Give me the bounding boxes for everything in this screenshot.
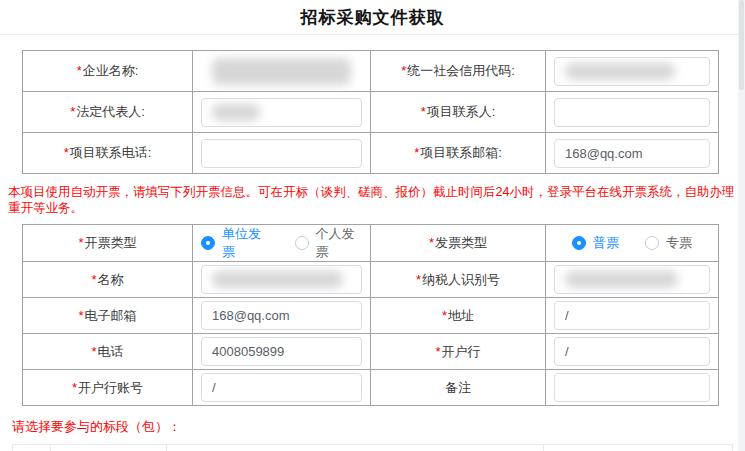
table-row: *电子邮箱 168@qq.com *地址 /	[23, 298, 719, 334]
project-contact-input[interactable]	[554, 98, 710, 127]
invoice-type-radio-group: 单位发票 个人发票	[201, 225, 362, 261]
address-input[interactable]: /	[554, 301, 710, 330]
contact-phone-label: *项目联系电话:	[23, 133, 193, 174]
remark-input[interactable]	[554, 373, 710, 402]
package-number-header: 标段（包）编号	[51, 445, 167, 451]
project-contact-label: *项目联系人:	[371, 92, 546, 133]
company-name-value[interactable]	[193, 51, 371, 92]
required-asterisk: *	[442, 308, 447, 323]
auto-invoice-notice: 本项目使用自动开票，请填写下列开票信息。可在开标（谈判、磋商、报价）截止时间后2…	[0, 184, 745, 216]
bank-label: *开户行	[371, 334, 546, 370]
contact-email-label: *项目联系邮箱:	[371, 133, 546, 174]
invoice-name-label: *名称	[23, 262, 193, 298]
redacted-legal-rep	[212, 104, 260, 121]
required-asterisk: *	[78, 235, 83, 250]
remark-label: 备注	[371, 370, 546, 406]
page-title: 招标采购文件获取	[301, 6, 445, 29]
required-asterisk: *	[72, 380, 77, 395]
legal-rep-input[interactable]	[201, 98, 362, 127]
invoice-email-label: *电子邮箱	[23, 298, 193, 334]
address-label: *地址	[371, 298, 546, 334]
required-asterisk: *	[429, 235, 434, 250]
redacted-credit-code	[565, 63, 675, 80]
bank-input[interactable]: /	[554, 337, 710, 366]
redacted-tax-id	[565, 271, 678, 288]
scrollbar-thumb[interactable]	[739, 0, 744, 90]
invoice-info-table: *开票类型 单位发票 个人发票 *发票类型 普票 专票 *名称 *纳税人识别号 …	[22, 224, 719, 406]
required-asterisk: *	[64, 145, 69, 160]
required-asterisk: *	[91, 344, 96, 359]
required-asterisk: *	[78, 308, 83, 323]
invoice-phone-input[interactable]: 4008059899	[201, 337, 362, 366]
contact-email-input[interactable]: 168@qq.com	[554, 139, 710, 168]
radio-unselected-icon	[295, 236, 309, 250]
package-fee-header: 招标采购文件费用（元）	[544, 445, 733, 451]
table-row: *名称 *纳税人识别号	[23, 262, 719, 298]
vertical-scrollbar[interactable]	[738, 0, 745, 451]
table-row: *项目联系电话: *项目联系邮箱: 168@qq.com	[23, 133, 719, 174]
required-asterisk: *	[414, 145, 419, 160]
radio-unselected-icon	[645, 236, 659, 250]
radio-selected-icon	[201, 236, 215, 250]
tax-id-input[interactable]	[554, 265, 710, 294]
invoice-phone-label: *电话	[23, 334, 193, 370]
required-asterisk: *	[77, 63, 82, 78]
legal-rep-label: *法定代表人:	[23, 92, 193, 133]
redacted-company-name	[212, 58, 350, 85]
page-header: 招标采购文件获取	[0, 0, 745, 35]
required-asterisk: *	[435, 344, 440, 359]
credit-code-input[interactable]	[554, 57, 710, 86]
redacted-invoice-name	[212, 271, 343, 288]
required-asterisk: *	[416, 272, 421, 287]
invoice-type-label: *开票类型	[23, 225, 193, 262]
invoice-email-input[interactable]: 168@qq.com	[201, 301, 362, 330]
table-row: *开户行账号 / 备注	[23, 370, 719, 406]
required-asterisk: *	[421, 104, 426, 119]
basic-info-table: *企业名称: *统一社会信用代码: *法定代表人: *项目联系人: *项目联系电…	[22, 50, 719, 174]
required-asterisk: *	[91, 272, 96, 287]
radio-selected-icon	[572, 236, 586, 250]
select-package-notice: 请选择要参与的标段（包）：	[12, 418, 745, 436]
radio-option-general-ticket[interactable]: 普票	[572, 234, 619, 252]
package-table: 标段（包）编号 标段（包）名称 招标采购文件费用（元）	[12, 444, 733, 451]
table-row: *电话 4008059899 *开户行 /	[23, 334, 719, 370]
table-row: *开票类型 单位发票 个人发票 *发票类型 普票 专票	[23, 225, 719, 262]
bank-account-input[interactable]: /	[201, 373, 362, 402]
radio-option-personal-invoice[interactable]: 个人发票	[295, 225, 363, 261]
radio-option-unit-invoice[interactable]: 单位发票	[201, 225, 269, 261]
invoice-name-input[interactable]	[201, 265, 362, 294]
package-name-header: 标段（包）名称	[167, 445, 544, 451]
ticket-type-radio-group: 普票 专票	[554, 234, 710, 252]
required-asterisk: *	[70, 104, 75, 119]
radio-option-special-ticket[interactable]: 专票	[645, 234, 692, 252]
ticket-type-label: *发票类型	[371, 225, 546, 262]
table-row: *法定代表人: *项目联系人:	[23, 92, 719, 133]
table-row: *企业名称: *统一社会信用代码:	[23, 51, 719, 92]
required-asterisk: *	[401, 63, 406, 78]
contact-phone-input[interactable]	[201, 139, 362, 168]
tax-id-label: *纳税人识别号	[371, 262, 546, 298]
bank-account-label: *开户行账号	[23, 370, 193, 406]
credit-code-label: *统一社会信用代码:	[371, 51, 546, 92]
package-table-header-row: 标段（包）编号 标段（包）名称 招标采购文件费用（元）	[13, 445, 733, 451]
company-name-label: *企业名称:	[23, 51, 193, 92]
